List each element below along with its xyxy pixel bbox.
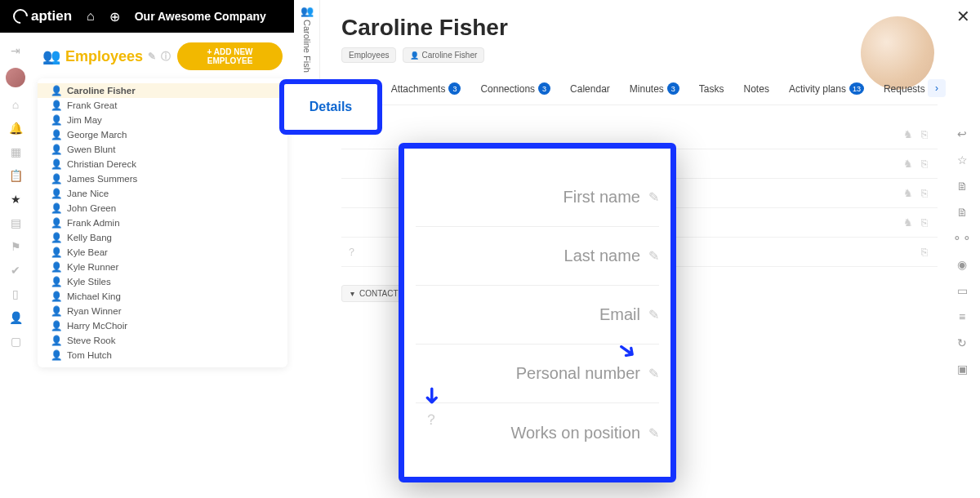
clip-icon[interactable]: ⎘ <box>921 128 928 140</box>
chart-icon[interactable]: ▯ <box>12 287 19 300</box>
box-icon[interactable]: ▢ <box>11 335 21 348</box>
person-icon: 👤 <box>51 247 60 258</box>
return-icon[interactable]: ↩ <box>957 127 967 140</box>
person-icon: 👤 <box>51 335 60 346</box>
list-item[interactable]: 👤Frank Admin <box>38 216 287 230</box>
list-item[interactable]: 👤Caroline Fisher <box>38 83 287 98</box>
company-name: Our Awesome Company <box>135 10 266 23</box>
person-icon: 👤 <box>51 291 60 302</box>
tab-activity-plans[interactable]: Activity plans13 <box>789 82 864 95</box>
badge: 3 <box>448 82 461 95</box>
list-item[interactable]: 👤Harry McChoir <box>38 318 287 333</box>
check-icon[interactable]: ✔ <box>11 264 20 277</box>
users-icon: 👥 <box>42 47 60 65</box>
person-icon: 👤 <box>51 217 60 229</box>
employee-list: 👤Caroline Fisher👤Frank Great👤Jim May👤Geo… <box>38 78 287 367</box>
clip-icon[interactable]: ⎘ <box>921 216 928 229</box>
zoom-row: First name✎ <box>416 168 659 227</box>
calendar-icon[interactable]: ▦ <box>11 145 21 158</box>
star-outline-icon[interactable]: ☆ <box>957 153 968 167</box>
tab-calendar[interactable]: Calendar <box>570 83 610 95</box>
clip-icon[interactable]: ⎘ <box>921 187 928 199</box>
house-icon[interactable]: ⌂ <box>12 98 19 111</box>
clip-icon[interactable]: ⎘ <box>921 158 928 170</box>
home-icon[interactable]: ⌂ <box>87 9 95 24</box>
list-item[interactable]: 👤Kyle Stiles <box>38 274 287 289</box>
tab-requests[interactable]: Requests <box>884 83 925 95</box>
list-item[interactable]: 👤Jim May <box>38 113 287 127</box>
list-item[interactable]: 👤Jane Nice <box>38 186 287 201</box>
pencil-icon[interactable]: ✎ <box>648 189 659 205</box>
tab-attachments[interactable]: Attachments3 <box>391 82 461 95</box>
list-item[interactable]: 👤Kyle Bear <box>38 245 287 260</box>
list-item[interactable]: 👤Gwen Blunt <box>38 142 287 157</box>
item-label: Kelly Bang <box>67 233 112 242</box>
tab-minutes[interactable]: Minutes3 <box>630 82 679 95</box>
doc-icon[interactable]: ▤ <box>11 216 21 229</box>
list-item[interactable]: 👤Michael King <box>38 289 287 304</box>
crumb-person[interactable]: 👤Caroline Fisher <box>403 47 484 63</box>
list-item[interactable]: 👤Kyle Runner <box>38 260 287 274</box>
tab-connections[interactable]: Connections3 <box>480 82 550 95</box>
item-label: Kyle Bear <box>67 247 108 257</box>
profile-photo[interactable] <box>861 16 934 90</box>
pencil-icon[interactable]: ✎ <box>148 51 156 62</box>
crumb-employees[interactable]: Employees <box>341 47 396 63</box>
help-icon[interactable]: ？ <box>341 245 361 260</box>
list-item[interactable]: 👤John Green <box>38 201 287 216</box>
exit-icon[interactable]: ⇥ <box>11 44 20 57</box>
zoom-label: Works on position <box>510 424 640 442</box>
vertical-tab[interactable]: 👥 Caroline Fish <box>294 0 320 90</box>
flag-icon[interactable]: ⚑ <box>11 240 21 253</box>
horse-icon[interactable]: ♞ <box>903 158 913 170</box>
pencil-icon[interactable]: ✎ <box>648 425 659 441</box>
item-label: Harry McChoir <box>67 321 127 331</box>
pencil-icon[interactable]: ✎ <box>648 366 659 381</box>
list-item[interactable]: 👤Ryan Winner <box>38 304 287 318</box>
add-icon[interactable]: ⊕ <box>109 9 120 24</box>
person-icon[interactable]: 👤 <box>9 311 23 324</box>
horse-icon[interactable]: ♞ <box>903 187 913 199</box>
sliders-icon[interactable]: ≡ <box>959 310 965 323</box>
pencil-icon[interactable]: ✎ <box>648 307 659 322</box>
list-item[interactable]: 👤George March <box>38 127 287 142</box>
clip-icon[interactable]: ⎘ <box>921 246 928 258</box>
archive-icon[interactable]: ▣ <box>957 362 968 376</box>
add-employee-button[interactable]: + ADD NEW EMPLOYEE <box>177 42 283 70</box>
eye-icon[interactable]: ◉ <box>957 258 967 271</box>
pencil-icon[interactable]: ✎ <box>648 248 659 264</box>
user-avatar[interactable] <box>6 68 25 87</box>
list-item[interactable]: 👤Steve Rook <box>38 333 287 348</box>
brand-logo[interactable]: aptien <box>13 8 72 24</box>
star-icon[interactable]: ★ <box>11 193 21 206</box>
item-label: Michael King <box>67 291 121 301</box>
bell-icon[interactable]: 🔔 <box>9 122 23 135</box>
history-icon[interactable]: ↻ <box>957 336 967 349</box>
item-label: George March <box>67 130 127 140</box>
clipboard-icon[interactable]: 📋 <box>9 169 23 182</box>
help-icon[interactable]: ？ <box>424 410 439 429</box>
info-icon[interactable]: ⓘ <box>161 50 171 64</box>
left-rail: ⇥ ⌂ 🔔 ▦ 📋 ★ ▤ ⚑ ✔ ▯ 👤 ▢ <box>0 33 31 498</box>
tab-notes[interactable]: Notes <box>744 83 769 95</box>
list-item[interactable]: 👤Christian Dereck <box>38 157 287 171</box>
list-item[interactable]: 👤Frank Great <box>38 98 287 113</box>
list-item[interactable]: 👤Tom Hutch <box>38 348 287 362</box>
list-item[interactable]: 👤Kelly Bang <box>38 230 287 245</box>
tabs: DetailsAttachments3Connections3CalendarM… <box>341 82 938 105</box>
page-title: Caroline Fisher <box>341 15 938 41</box>
list-item[interactable]: 👤James Summers <box>38 171 287 186</box>
horse-icon[interactable]: ♞ <box>903 216 913 229</box>
id-icon[interactable]: ▭ <box>957 284 968 297</box>
users-icon: 👥 <box>301 5 314 15</box>
share-icon[interactable]: ⚬⚬ <box>952 232 972 245</box>
person-icon: 👤 <box>51 276 60 287</box>
file2-icon[interactable]: 🗎 <box>956 206 968 219</box>
sidebar-title: Employees <box>65 48 143 65</box>
tabs-next-icon[interactable]: › <box>928 79 946 97</box>
person-icon: 👤 <box>51 100 60 111</box>
tab-tasks[interactable]: Tasks <box>699 83 724 95</box>
person-icon: 👤 <box>51 85 60 96</box>
horse-icon[interactable]: ♞ <box>903 128 913 140</box>
file-icon[interactable]: 🗎 <box>956 180 968 193</box>
